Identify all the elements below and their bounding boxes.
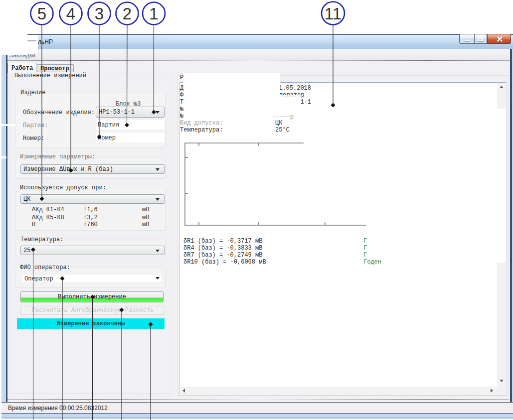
svg-text:1: 1 <box>149 4 158 23</box>
svg-text:4: 4 <box>66 4 75 23</box>
svg-text:3: 3 <box>95 4 104 23</box>
svg-text:2: 2 <box>123 4 132 23</box>
svg-text:5: 5 <box>37 4 46 23</box>
svg-text:11: 11 <box>325 4 342 23</box>
